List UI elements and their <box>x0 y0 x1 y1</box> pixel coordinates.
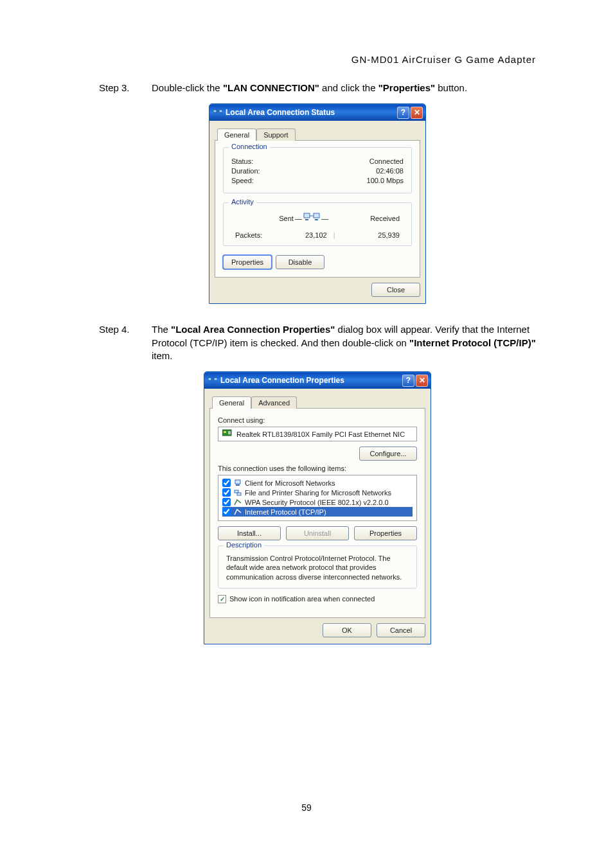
step3-post: button. <box>435 82 467 93</box>
item-file-share[interactable]: File and Printer Sharing for Microsoft N… <box>222 488 413 497</box>
configure-button[interactable]: Configure... <box>359 447 417 461</box>
step3-b1: "LAN CONNECTION" <box>223 82 319 93</box>
duration-value: 02:46:08 <box>376 167 404 175</box>
svg-rect-2 <box>304 213 310 218</box>
page-number: 59 <box>0 802 613 813</box>
page-header: GN-MD01 AirCruiser G Game Adapter <box>99 54 536 65</box>
speed-value: 100.0 Mbps <box>367 177 404 184</box>
connection-group-title: Connection <box>229 143 270 150</box>
connection-group: Connection Status:Connected Duration: 02… <box>223 147 412 193</box>
close-button[interactable]: ✕ <box>416 375 428 387</box>
activity-group: Activity . Sent — — Received <box>223 202 412 246</box>
step3-mid: and click the <box>319 82 378 93</box>
step3-body: Double-click the "LAN CONNECTION" and cl… <box>152 82 536 94</box>
step3-b2: "Properties" <box>378 82 435 93</box>
item-tcpip-check[interactable] <box>222 508 231 516</box>
client-icon <box>233 479 242 487</box>
step4-b1: "Local Area Connection Properties" <box>171 324 335 335</box>
step4-post: item. <box>152 350 173 361</box>
received-label: Received <box>370 215 400 222</box>
activity-group-title: Activity <box>229 198 256 206</box>
connect-using-label: Connect using: <box>218 416 417 424</box>
svg-rect-5 <box>315 219 318 220</box>
item-wpa[interactable]: WPA Security Protocol (IEEE 802.1x) v2.2… <box>222 497 413 507</box>
status-value: Connected <box>369 157 404 165</box>
uninstall-button: Uninstall <box>286 526 349 540</box>
packets-sent: 23,102 <box>305 231 327 239</box>
notification-row[interactable]: ✓ Show icon in notification area when co… <box>218 595 417 603</box>
step3-pre: Double-click the <box>152 82 223 93</box>
step4: Step 4. The "Local Area Connection Prope… <box>99 323 536 362</box>
item-file-share-check[interactable] <box>222 488 231 497</box>
svg-rect-7 <box>214 378 217 380</box>
protocol-icon <box>233 508 242 516</box>
svg-rect-14 <box>237 493 241 495</box>
dialog-title: Local Area Connection Status <box>226 108 397 117</box>
protocol-icon <box>233 499 242 506</box>
step4-b2: "Internet Protocol (TCP/IP)" <box>409 337 536 348</box>
network-icon <box>213 108 222 117</box>
step4-body: The "Local Area Connection Properties" d… <box>152 323 536 362</box>
svg-rect-0 <box>213 110 217 112</box>
description-group-title: Description <box>224 541 264 549</box>
tab-general[interactable]: General <box>217 128 256 141</box>
svg-rect-11 <box>235 480 240 484</box>
separator-icon: | <box>333 231 335 239</box>
titlebar[interactable]: Local Area Connection Status ? ✕ <box>209 104 425 121</box>
description-group: Description Transmission Control Protoco… <box>218 545 417 589</box>
step4-pre: The <box>152 324 171 335</box>
titlebar[interactable]: Local Area Connection Properties ? ✕ <box>204 372 431 389</box>
tab-support[interactable]: Support <box>256 128 296 141</box>
device-box: Realtek RTL8139/810X Family PCI Fast Eth… <box>218 427 417 441</box>
item-client-ms-check[interactable] <box>222 479 231 487</box>
svg-rect-3 <box>314 213 319 218</box>
svg-rect-12 <box>236 484 240 486</box>
items-label: This connection uses the following items… <box>218 465 417 472</box>
item-client-ms-label: Client for Microsoft Networks <box>245 479 335 487</box>
svg-rect-10 <box>228 431 231 434</box>
device-name: Realtek RTL8139/810X Family PCI Fast Eth… <box>236 430 405 438</box>
help-button[interactable]: ? <box>402 375 414 387</box>
packets-label: Packets: <box>235 231 262 239</box>
step3: Step 3. Double-click the "LAN CONNECTION… <box>99 82 536 94</box>
tab-advanced[interactable]: Advanced <box>251 396 297 409</box>
item-file-share-label: File and Printer Sharing for Microsoft N… <box>245 489 391 497</box>
show-icon-label: Show icon in notification area when conn… <box>229 595 375 603</box>
speed-label: Speed: <box>231 177 254 184</box>
item-tcpip-label: Internet Protocol (TCP/IP) <box>245 508 326 516</box>
properties-dialog: Local Area Connection Properties ? ✕ Gen… <box>204 371 431 644</box>
properties-button[interactable]: Properties <box>223 255 272 269</box>
item-wpa-label: WPA Security Protocol (IEEE 802.1x) v2.2… <box>245 499 389 506</box>
show-icon-checkbox[interactable]: ✓ <box>218 595 226 603</box>
svg-rect-6 <box>208 378 211 380</box>
nic-card-icon <box>222 429 233 439</box>
step3-label: Step 3. <box>99 82 152 94</box>
dialog-title: Local Area Connection Properties <box>220 376 402 385</box>
svg-rect-9 <box>224 431 226 433</box>
description-text: Transmission Control Protocol/Internet P… <box>226 554 409 581</box>
status-label: Status: <box>231 157 253 165</box>
activity-icon <box>303 211 320 226</box>
help-button[interactable]: ? <box>397 107 409 119</box>
close-dialog-button[interactable]: Close <box>371 283 420 297</box>
packets-received: 25,939 <box>378 231 400 239</box>
cancel-button[interactable]: Cancel <box>377 623 425 637</box>
step4-label: Step 4. <box>99 323 152 362</box>
item-tcpip[interactable]: Internet Protocol (TCP/IP) <box>222 507 413 517</box>
item-client-ms[interactable]: Client for Microsoft Networks <box>222 478 413 488</box>
status-dialog: Local Area Connection Status ? ✕ General… <box>209 103 426 304</box>
svg-rect-1 <box>219 110 222 112</box>
share-icon <box>233 489 242 497</box>
svg-rect-13 <box>235 490 238 493</box>
item-wpa-check[interactable] <box>222 498 231 506</box>
sent-label: Sent <box>279 215 294 222</box>
tab-general[interactable]: General <box>212 396 251 409</box>
duration-label: Duration: <box>231 167 260 175</box>
disable-button[interactable]: Disable <box>276 255 324 269</box>
install-button[interactable]: Install... <box>218 526 281 540</box>
items-list[interactable]: Client for Microsoft Networks File and P… <box>218 475 417 521</box>
close-button[interactable]: ✕ <box>411 107 423 119</box>
ok-button[interactable]: OK <box>323 623 371 637</box>
svg-rect-4 <box>305 219 308 220</box>
item-properties-button[interactable]: Properties <box>354 526 417 540</box>
